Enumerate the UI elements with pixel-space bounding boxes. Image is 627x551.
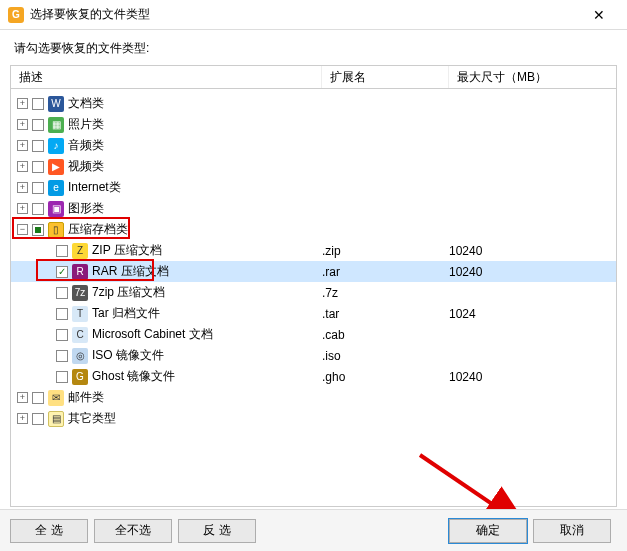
titlebar: G 选择要恢复的文件类型 ✕ [0, 0, 627, 30]
tree-item-rar-icon: R [72, 264, 88, 280]
tree-item-cab-label: Microsoft Cabinet 文档 [92, 326, 213, 343]
tree-category-mail[interactable]: +✉邮件类 [11, 387, 616, 408]
tree-category-audio-label: 音频类 [68, 137, 104, 154]
col-max-size[interactable]: 最大尺寸（MB） [449, 66, 616, 88]
tree-item-tar-icon: T [72, 306, 88, 322]
tree-item-7z-checkbox[interactable] [56, 287, 68, 299]
invert-button[interactable]: 反 选 [178, 519, 256, 543]
tree-category-audio-checkbox[interactable] [32, 140, 44, 152]
tree-item-cab-checkbox[interactable] [56, 329, 68, 341]
tree-item-ghost-icon: G [72, 369, 88, 385]
tree-item-ghost-checkbox[interactable] [56, 371, 68, 383]
tree-item-cab[interactable]: CMicrosoft Cabinet 文档.cab [11, 324, 616, 345]
tree-item-cab-ext: .cab [322, 328, 449, 342]
tree-item-rar-label: RAR 压缩文档 [92, 263, 169, 280]
select-all-button[interactable]: 全 选 [10, 519, 88, 543]
tree-item-zip[interactable]: ZZIP 压缩文档.zip10240 [11, 240, 616, 261]
tree-category-audio[interactable]: +♪音频类 [11, 135, 616, 156]
tree-item-tar-size: 1024 [449, 307, 616, 321]
tree-category-net-icon: e [48, 180, 64, 196]
tree-category-mail-expander[interactable]: + [17, 392, 28, 403]
tree-category-other-checkbox[interactable] [32, 413, 44, 425]
tree-category-video-expander[interactable]: + [17, 161, 28, 172]
tree-item-iso-checkbox[interactable] [56, 350, 68, 362]
tree-category-shapes[interactable]: +▣图形类 [11, 198, 616, 219]
tree-category-mail-label: 邮件类 [68, 389, 104, 406]
tree-category-docs-checkbox[interactable] [32, 98, 44, 110]
tree-category-docs-icon: W [48, 96, 64, 112]
tree-item-tar-label: Tar 归档文件 [92, 305, 160, 322]
tree-item-cab-icon: C [72, 327, 88, 343]
tree-category-photos[interactable]: +▦照片类 [11, 114, 616, 135]
tree-item-zip-ext: .zip [322, 244, 449, 258]
tree-item-iso-label: ISO 镜像文件 [92, 347, 164, 364]
tree-category-photos-icon: ▦ [48, 117, 64, 133]
tree-category-net[interactable]: +eInternet类 [11, 177, 616, 198]
cancel-button[interactable]: 取消 [533, 519, 611, 543]
tree-item-7z-ext: .7z [322, 286, 449, 300]
tree-item-rar-size: 10240 [449, 265, 616, 279]
tree-item-ghost-size: 10240 [449, 370, 616, 384]
tree-category-arch-expander[interactable]: − [17, 224, 28, 235]
button-bar: 全 选 全不选 反 选 确定 取消 [0, 509, 627, 551]
tree-category-photos-checkbox[interactable] [32, 119, 44, 131]
tree-category-photos-expander[interactable]: + [17, 119, 28, 130]
close-button[interactable]: ✕ [579, 1, 619, 29]
tree-item-iso-icon: ◎ [72, 348, 88, 364]
tree-category-audio-expander[interactable]: + [17, 140, 28, 151]
tree-category-net-label: Internet类 [68, 179, 121, 196]
tree-category-net-checkbox[interactable] [32, 182, 44, 194]
instruction-text: 请勾选要恢复的文件类型: [0, 30, 627, 65]
tree-category-arch-label: 压缩存档类 [68, 221, 128, 238]
tree-item-zip-checkbox[interactable] [56, 245, 68, 257]
tree-category-docs[interactable]: +W文档类 [11, 93, 616, 114]
tree-item-tar-checkbox[interactable] [56, 308, 68, 320]
select-none-button[interactable]: 全不选 [94, 519, 172, 543]
column-headers: 描述 扩展名 最大尺寸（MB） [10, 65, 617, 89]
tree-item-ghost-label: Ghost 镜像文件 [92, 368, 175, 385]
tree-item-rar[interactable]: RRAR 压缩文档.rar10240 [11, 261, 616, 282]
tree-category-arch-icon: ▯ [48, 222, 64, 238]
tree-item-zip-icon: Z [72, 243, 88, 259]
window-title: 选择要恢复的文件类型 [30, 6, 579, 23]
file-type-tree[interactable]: +W文档类+▦照片类+♪音频类+▶视频类+eInternet类+▣图形类−▯压缩… [10, 89, 617, 507]
ok-button[interactable]: 确定 [449, 519, 527, 543]
tree-category-video[interactable]: +▶视频类 [11, 156, 616, 177]
tree-item-tar-ext: .tar [322, 307, 449, 321]
tree-item-ghost[interactable]: GGhost 镜像文件.gho10240 [11, 366, 616, 387]
tree-category-video-checkbox[interactable] [32, 161, 44, 173]
tree-item-rar-checkbox[interactable] [56, 266, 68, 278]
tree-item-tar[interactable]: TTar 归档文件.tar1024 [11, 303, 616, 324]
tree-item-ghost-ext: .gho [322, 370, 449, 384]
tree-category-shapes-label: 图形类 [68, 200, 104, 217]
tree-category-other-expander[interactable]: + [17, 413, 28, 424]
app-icon: G [8, 7, 24, 23]
tree-item-iso[interactable]: ◎ISO 镜像文件.iso [11, 345, 616, 366]
tree-category-video-icon: ▶ [48, 159, 64, 175]
tree-category-audio-icon: ♪ [48, 138, 64, 154]
tree-item-iso-ext: .iso [322, 349, 449, 363]
tree-category-net-expander[interactable]: + [17, 182, 28, 193]
tree-item-zip-size: 10240 [449, 244, 616, 258]
tree-category-other[interactable]: +▤其它类型 [11, 408, 616, 429]
tree-category-shapes-icon: ▣ [48, 201, 64, 217]
tree-category-arch-checkbox[interactable] [32, 224, 44, 236]
tree-category-video-label: 视频类 [68, 158, 104, 175]
tree-item-zip-label: ZIP 压缩文档 [92, 242, 162, 259]
tree-category-shapes-expander[interactable]: + [17, 203, 28, 214]
tree-category-photos-label: 照片类 [68, 116, 104, 133]
tree-category-docs-expander[interactable]: + [17, 98, 28, 109]
tree-category-mail-checkbox[interactable] [32, 392, 44, 404]
col-extension[interactable]: 扩展名 [322, 66, 449, 88]
tree-item-7z-icon: 7z [72, 285, 88, 301]
tree-item-rar-ext: .rar [322, 265, 449, 279]
tree-item-7z-label: 7zip 压缩文档 [92, 284, 165, 301]
tree-category-other-icon: ▤ [48, 411, 64, 427]
tree-category-other-label: 其它类型 [68, 410, 116, 427]
col-description[interactable]: 描述 [11, 66, 322, 88]
tree-item-7z[interactable]: 7z7zip 压缩文档.7z [11, 282, 616, 303]
tree-category-mail-icon: ✉ [48, 390, 64, 406]
tree-category-docs-label: 文档类 [68, 95, 104, 112]
tree-category-arch[interactable]: −▯压缩存档类 [11, 219, 616, 240]
tree-category-shapes-checkbox[interactable] [32, 203, 44, 215]
